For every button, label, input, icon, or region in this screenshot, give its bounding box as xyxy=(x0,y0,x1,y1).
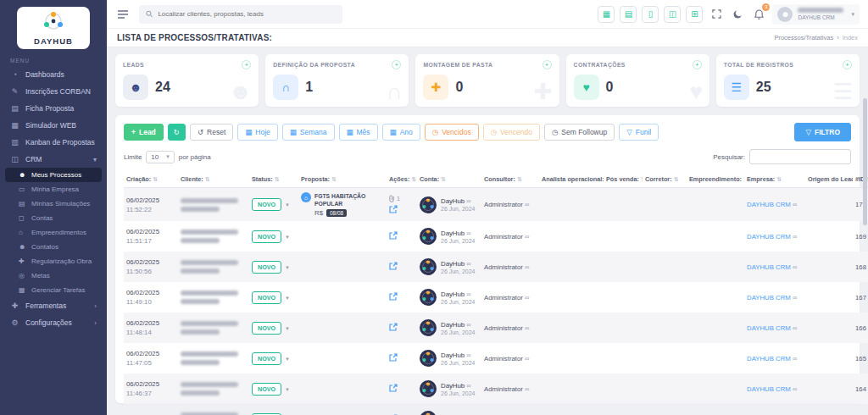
status-badge[interactable]: NOVO xyxy=(252,322,281,335)
crm-submenu-item[interactable]: ◻ Contas xyxy=(5,211,102,225)
topbar-quick-icon[interactable]: ▦ xyxy=(598,6,615,23)
logo[interactable]: DAYHUB xyxy=(17,7,90,49)
topbar-quick-icon[interactable]: ⊞ xyxy=(686,6,703,23)
column-header[interactable]: Cliente:⇅ xyxy=(178,171,249,188)
empresa-name[interactable]: DAYHUB CRM xyxy=(747,355,791,362)
table-row[interactable]: 06/02/2025 11:51:17 NOVO ▾ xyxy=(124,221,868,252)
topbar-quick-icon[interactable]: ▤ xyxy=(620,6,637,23)
info-icon[interactable]: + xyxy=(242,60,251,69)
crm-submenu-item[interactable]: ▦ Gerenciar Tarefas xyxy=(5,283,102,297)
info-icon[interactable]: + xyxy=(843,60,852,69)
consultor-name[interactable]: Administrator xyxy=(484,355,523,362)
semana-button[interactable]: ▦ Semana xyxy=(282,124,335,141)
global-search[interactable] xyxy=(139,5,342,24)
sidebar-item[interactable]: ▥ Kanban de Propostas xyxy=(0,134,107,151)
limite-select[interactable]: 10 ▾ xyxy=(146,151,174,163)
column-header[interactable]: Corretor:⇅ xyxy=(643,171,687,188)
attachments-indicator[interactable]: 1 xyxy=(389,195,400,202)
consultor-name[interactable]: Administrator xyxy=(484,294,523,302)
conta-name[interactable]: DayHub xyxy=(441,382,465,390)
open-record-icon[interactable] xyxy=(389,262,398,272)
column-header[interactable]: Ações:⇅ xyxy=(387,171,417,188)
status-caret-icon[interactable]: ▾ xyxy=(286,386,289,392)
sidebar-item[interactable]: ▦ Simulador WEB xyxy=(0,117,107,134)
table-search-input[interactable] xyxy=(749,149,851,164)
funil-button[interactable]: ▽ Funil xyxy=(619,124,659,141)
column-header[interactable]: Empresa:⇅ xyxy=(744,171,805,188)
table-row[interactable]: 06/02/2025 11:52:22 NOVO ▾ xyxy=(124,188,868,222)
empresa-name[interactable]: DAYHUB CRM xyxy=(747,324,791,332)
consultor-name[interactable]: Administrator xyxy=(484,263,523,271)
table-row[interactable]: 06/02/2025 11:49:10 NOVO ▾ xyxy=(124,282,868,313)
info-icon[interactable]: + xyxy=(693,60,702,69)
conta-name[interactable]: DayHub xyxy=(441,230,465,237)
status-caret-icon[interactable]: ▾ xyxy=(286,264,289,270)
sidebar-group-item[interactable]: ✚ Ferramentas › xyxy=(0,297,107,314)
column-header[interactable]: Pós venda:⇅ xyxy=(604,171,643,188)
column-header[interactable]: Conta:⇅ xyxy=(417,171,481,188)
crm-submenu-item[interactable]: ☻ Meus Processos xyxy=(5,168,102,182)
add-lead-button[interactable]: + Lead xyxy=(124,124,164,141)
status-caret-icon[interactable]: ▾ xyxy=(286,295,289,301)
conta-name[interactable]: DayHub xyxy=(441,260,465,268)
reset-button[interactable]: ↺ Reset xyxy=(190,124,233,141)
column-header[interactable]: Origem do Lead:⇅ xyxy=(805,171,853,188)
user-menu[interactable]: ☻ DAYHUB CRM ▾ xyxy=(772,4,860,25)
status-caret-icon[interactable]: ▾ xyxy=(286,234,289,240)
topbar-quick-icon[interactable]: ◫ xyxy=(664,6,681,23)
conta-name[interactable]: DayHub xyxy=(441,321,465,329)
vencendo-button[interactable]: ◷ Vencendo xyxy=(483,124,540,141)
empresa-name[interactable]: DAYHUB CRM xyxy=(747,263,791,271)
column-header[interactable]: Analista operacional:⇅ xyxy=(539,171,604,188)
conta-name[interactable]: DayHub xyxy=(441,197,465,205)
status-caret-icon[interactable]: ▾ xyxy=(286,325,289,331)
open-record-icon[interactable] xyxy=(389,231,398,241)
sidebar-group-item[interactable]: ⚙ Configurações › xyxy=(0,314,107,331)
sidebar-item[interactable]: ◔ Dashboards xyxy=(0,66,107,83)
table-row[interactable]: 06/02/2025 11:48:14 NOVO ▾ xyxy=(124,313,868,343)
refresh-button[interactable]: ↻ xyxy=(168,124,186,141)
table-row[interactable]: 06/02/2025 NOVO ▾ xyxy=(124,404,868,415)
crm-submenu-item[interactable]: ◎ Metas xyxy=(5,268,102,283)
column-header[interactable]: Proposta:⇅ xyxy=(298,171,387,188)
empresa-name[interactable]: DAYHUB CRM xyxy=(747,294,791,302)
sidebar-item[interactable]: ✎ Inscrições CORBAN xyxy=(0,83,107,100)
status-badge[interactable]: NOVO xyxy=(252,230,281,243)
status-badge[interactable]: NOVO xyxy=(252,198,281,211)
crm-submenu-item[interactable]: ☻ Contatos xyxy=(5,240,102,254)
empresa-name[interactable]: DAYHUB CRM xyxy=(747,233,791,241)
hamburger-menu-icon[interactable] xyxy=(115,7,131,22)
status-badge[interactable]: NOVO xyxy=(252,383,281,396)
info-icon[interactable]: + xyxy=(542,60,552,69)
open-record-icon[interactable] xyxy=(389,292,398,302)
table-row[interactable]: 06/02/2025 11:50:56 NOVO ▾ xyxy=(124,252,868,282)
conta-name[interactable]: DayHub xyxy=(441,290,465,298)
info-icon[interactable]: + xyxy=(392,60,401,69)
open-record-icon[interactable] xyxy=(389,323,398,333)
vencidos-button[interactable]: ◷ Vencidos xyxy=(425,124,479,141)
search-input[interactable] xyxy=(158,10,336,18)
status-badge[interactable]: NOVO xyxy=(252,352,281,365)
column-header[interactable]: Empreendimento:⇅ xyxy=(687,171,744,188)
status-badge[interactable]: NOVO xyxy=(252,291,281,304)
status-caret-icon[interactable]: ▾ xyxy=(286,202,289,208)
notifications-icon[interactable]: 3 xyxy=(751,7,766,22)
consultor-name[interactable]: Administrator xyxy=(484,324,523,332)
open-record-icon[interactable] xyxy=(389,384,398,394)
crm-submenu-item[interactable]: ▤ Minhas Simulações xyxy=(5,196,102,211)
breadcrumb-root[interactable]: Processos/Tratativas xyxy=(774,34,833,42)
column-header[interactable]: Criação:⇅ xyxy=(124,171,178,188)
status-badge[interactable]: NOVO xyxy=(252,261,281,274)
open-record-icon[interactable] xyxy=(389,353,398,363)
crm-submenu-item[interactable]: ▭ Minha Empresa xyxy=(5,182,102,196)
conta-name[interactable]: DayHub xyxy=(441,351,465,359)
scrollbar[interactable] xyxy=(863,98,867,225)
consultor-name[interactable]: Administrator xyxy=(484,385,523,393)
topbar-quick-icon[interactable]: ▯ xyxy=(642,6,659,23)
filtro-button[interactable]: ▽ FILTRO xyxy=(794,123,851,141)
ano-button[interactable]: ▦ Ano xyxy=(382,124,420,141)
table-row[interactable]: 06/02/2025 11:47:05 NOVO ▾ xyxy=(124,343,868,374)
sem-followup-button[interactable]: ◷ Sem Followup xyxy=(544,124,615,141)
mes-button[interactable]: ▦ Mês xyxy=(339,124,378,141)
sidebar-item-crm[interactable]: ◫ CRM ▾ xyxy=(0,151,107,168)
